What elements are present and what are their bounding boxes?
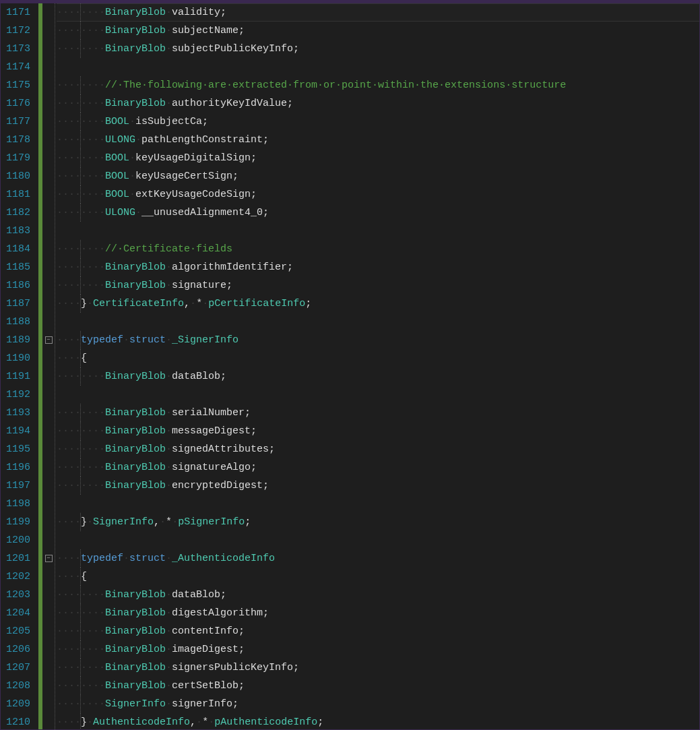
code-line[interactable]: ········BinaryBlob·encryptedDigest; [57, 477, 699, 495]
code-line[interactable]: ····}·AuthenticodeInfo,·*·pAuthenticodeI… [57, 713, 699, 730]
line-number: 1199 [6, 513, 30, 531]
code-line[interactable]: ········BinaryBlob·signersPublicKeyInfo; [57, 659, 699, 677]
line-number: 1192 [6, 386, 30, 404]
fold-column: −− [42, 3, 55, 729]
line-number: 1172 [6, 22, 30, 40]
fold-guide [42, 258, 55, 276]
fold-guide [42, 695, 55, 713]
fold-guide [42, 222, 55, 240]
code-line[interactable]: ········BinaryBlob·dataBlob; [57, 586, 699, 604]
code-line[interactable]: ········//·The·following·are·extracted·f… [57, 76, 699, 94]
line-number: 1205 [6, 622, 30, 640]
code-line[interactable]: ········BinaryBlob·validity; [57, 3, 699, 22]
fold-guide [42, 568, 55, 586]
fold-guide [42, 640, 55, 659]
fold-guide [42, 495, 55, 513]
fold-guide [42, 367, 55, 386]
fold-guide [42, 22, 55, 40]
fold-guide [42, 113, 55, 131]
line-number: 1176 [6, 94, 30, 113]
fold-guide [42, 149, 55, 167]
code-line[interactable]: ········BinaryBlob·algorithmIdentifier; [57, 258, 699, 276]
code-line[interactable] [57, 58, 699, 76]
fold-guide [42, 131, 55, 149]
line-number: 1190 [6, 349, 30, 367]
line-number: 1185 [6, 258, 30, 276]
line-number: 1177 [6, 113, 30, 131]
line-number-gutter: 1171117211731174117511761177117811791180… [1, 3, 38, 729]
fold-guide [42, 513, 55, 531]
fold-guide [42, 40, 55, 58]
line-number: 1195 [6, 440, 30, 458]
code-line[interactable]: ········BinaryBlob·serialNumber; [57, 404, 699, 422]
code-line[interactable]: ····typedef·struct·_AuthenticodeInfo [57, 549, 699, 568]
code-line[interactable]: ········BinaryBlob·messageDigest; [57, 422, 699, 440]
line-number: 1197 [6, 477, 30, 495]
code-line[interactable]: ········BinaryBlob·signature; [57, 276, 699, 295]
code-line[interactable]: ········BinaryBlob·authorityKeyIdValue; [57, 94, 699, 113]
code-line[interactable]: ········BinaryBlob·imageDigest; [57, 640, 699, 659]
line-number: 1180 [6, 167, 30, 185]
line-number: 1184 [6, 240, 30, 258]
line-number: 1179 [6, 149, 30, 167]
code-line[interactable]: ········BinaryBlob·certSetBlob; [57, 677, 699, 695]
collapse-icon[interactable]: − [45, 336, 53, 344]
code-editor[interactable]: 1171117211731174117511761177117811791180… [1, 3, 699, 729]
line-number: 1191 [6, 367, 30, 386]
line-number: 1196 [6, 458, 30, 477]
code-line[interactable]: ········BOOL·extKeyUsageCodeSign; [57, 185, 699, 204]
code-line[interactable]: ····}·SignerInfo,·*·pSignerInfo; [57, 513, 699, 531]
code-line[interactable] [57, 222, 699, 240]
fold-guide [42, 386, 55, 404]
fold-guide [42, 204, 55, 222]
fold-guide [42, 531, 55, 549]
code-line[interactable] [57, 313, 699, 331]
fold-guide [42, 3, 55, 22]
code-line[interactable]: ········SignerInfo·signerInfo; [57, 695, 699, 713]
collapse-icon[interactable]: − [45, 555, 53, 562]
line-number: 1193 [6, 404, 30, 422]
code-line[interactable] [57, 386, 699, 404]
code-line[interactable]: ········BinaryBlob·signatureAlgo; [57, 458, 699, 477]
line-number: 1206 [6, 640, 30, 659]
line-number: 1203 [6, 586, 30, 604]
line-number: 1183 [6, 222, 30, 240]
code-line[interactable] [57, 531, 699, 549]
fold-guide [42, 422, 55, 440]
code-line[interactable]: ····{ [57, 349, 699, 367]
line-number: 1202 [6, 568, 30, 586]
code-line[interactable]: ········BinaryBlob·digestAlgorithm; [57, 604, 699, 622]
fold-guide [42, 622, 55, 640]
fold-toggle[interactable]: − [42, 331, 55, 349]
code-line[interactable]: ········BinaryBlob·subjectName; [57, 22, 699, 40]
fold-guide [42, 458, 55, 477]
code-line[interactable]: ········BOOL·keyUsageDigitalSign; [57, 149, 699, 167]
code-area[interactable]: ········BinaryBlob·validity;········Bina… [55, 3, 699, 729]
line-number: 1200 [6, 531, 30, 549]
code-line[interactable]: ····typedef·struct·_SignerInfo [57, 331, 699, 349]
fold-toggle[interactable]: − [42, 549, 55, 568]
fold-guide [42, 440, 55, 458]
fold-guide [42, 313, 55, 331]
code-line[interactable]: ········//·Certificate·fields [57, 240, 699, 258]
code-line[interactable]: ········ULONG·__unusedAlignment4_0; [57, 204, 699, 222]
code-line[interactable]: ········ULONG·pathLengthConstraint; [57, 131, 699, 149]
line-number: 1175 [6, 76, 30, 94]
line-number: 1204 [6, 604, 30, 622]
code-line[interactable]: ········BinaryBlob·dataBlob; [57, 367, 699, 386]
fold-guide [42, 94, 55, 113]
code-line[interactable]: ········BinaryBlob·subjectPublicKeyInfo; [57, 40, 699, 58]
line-number: 1186 [6, 276, 30, 295]
code-line[interactable]: ····{ [57, 568, 699, 586]
code-line[interactable]: ········BOOL·keyUsageCertSign; [57, 167, 699, 185]
fold-guide [42, 349, 55, 367]
fold-guide [42, 295, 55, 313]
code-line[interactable]: ········BOOL·isSubjectCa; [57, 113, 699, 131]
code-line[interactable]: ····}·CertificateInfo,·*·pCertificateInf… [57, 295, 699, 313]
line-number: 1171 [6, 3, 30, 22]
code-line[interactable] [57, 495, 699, 513]
code-line[interactable]: ········BinaryBlob·contentInfo; [57, 622, 699, 640]
code-line[interactable]: ········BinaryBlob·signedAttributes; [57, 440, 699, 458]
fold-guide [42, 276, 55, 295]
fold-guide [42, 58, 55, 76]
